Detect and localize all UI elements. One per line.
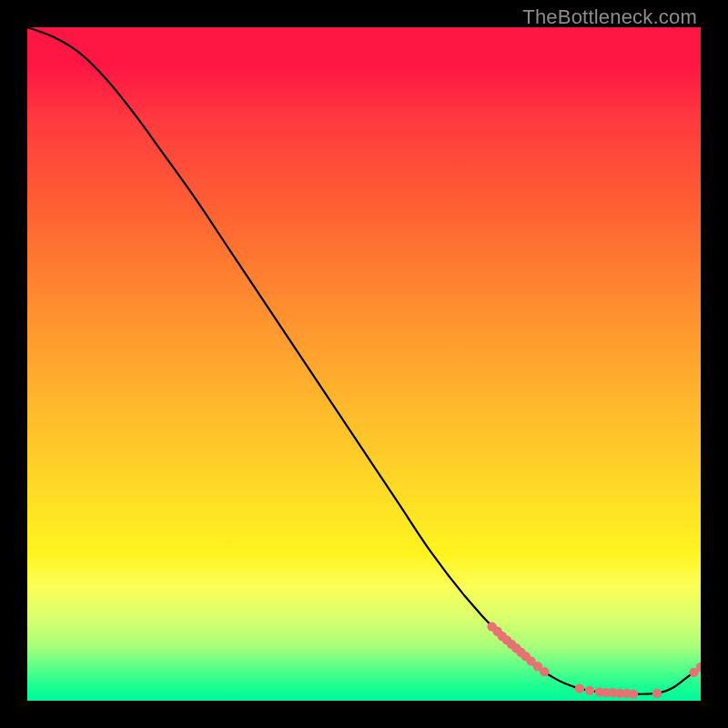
data-point [696, 662, 701, 672]
data-point [609, 688, 618, 697]
data-point [516, 648, 525, 657]
data-point [622, 689, 631, 698]
data-point [615, 689, 624, 698]
plot-area [27, 27, 701, 701]
data-point [595, 687, 604, 696]
data-point [533, 662, 542, 671]
data-point [507, 640, 516, 649]
chart-stage: TheBottleneck.com [0, 0, 728, 728]
data-point [652, 689, 662, 698]
chart-svg [27, 27, 701, 701]
data-point [540, 667, 549, 676]
watermark-text: TheBottleneck.com [522, 5, 697, 29]
data-point [575, 683, 584, 693]
data-point [585, 686, 594, 695]
data-point [689, 668, 698, 677]
data-point [487, 622, 496, 631]
data-markers [487, 622, 701, 698]
data-point [521, 652, 530, 661]
data-point [526, 656, 535, 665]
data-point [492, 627, 501, 636]
data-point [498, 632, 507, 641]
curve-line [27, 27, 701, 694]
data-point [629, 689, 638, 698]
data-point [602, 688, 611, 697]
data-point [511, 643, 521, 652]
data-point [502, 635, 511, 644]
